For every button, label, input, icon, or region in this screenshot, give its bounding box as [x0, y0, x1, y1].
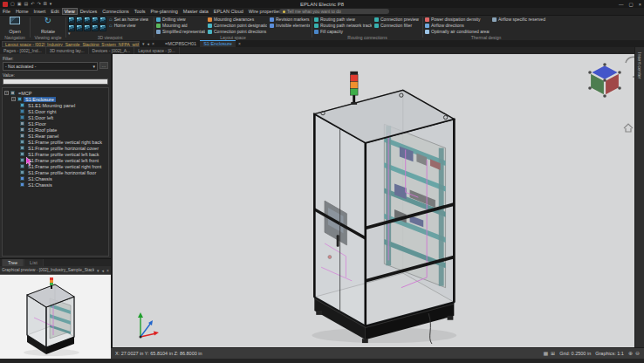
viewpoint-icon-iso-south-west[interactable]: [76, 17, 83, 24]
ribbon-tab-row: FileHomeInsertEditViewDevicesConnections…: [0, 8, 644, 16]
view-cube[interactable]: [586, 61, 624, 99]
ribbon-button-routing-path-network-tracking[interactable]: Routing path network tracking: [314, 23, 372, 28]
tree-item[interactable]: S1:Frame profile horizontal cover: [20, 145, 108, 151]
tree-item[interactable]: S1:Frame profile vertical left back: [20, 151, 108, 157]
ribbon-button-connection-point-directions[interactable]: Connection point directions: [208, 29, 267, 34]
ribbon-tab[interactable]: Wire properties: [246, 8, 284, 15]
viewpoint-icon-front[interactable]: [99, 17, 106, 24]
tree-item[interactable]: S1:Floor: [20, 120, 108, 127]
filter-more-button[interactable]: …: [99, 62, 108, 69]
tree-item[interactable]: S1:Chassis: [20, 175, 108, 182]
ribbon-button-drilling-view[interactable]: Drilling view: [156, 17, 205, 22]
ribbon-button-set-as-home-view[interactable]: ⌂ Set as home view: [109, 17, 148, 22]
ribbon-tab[interactable]: Connections: [99, 8, 132, 15]
close-icon[interactable]: ×: [152, 41, 154, 46]
ribbon-tab[interactable]: Master data: [181, 8, 211, 15]
component-icon: [20, 152, 24, 156]
collapse-icon[interactable]: -: [11, 97, 16, 101]
ribbon-tab[interactable]: Edit: [48, 8, 61, 15]
ribbon-button-airflow-specific-reserved-areas[interactable]: Airflow specific reserved areas: [492, 17, 546, 22]
open-button[interactable]: Open: [2, 17, 28, 34]
document-tab[interactable]: S1:Enclosure: [200, 40, 236, 47]
viewpoint-icon-top[interactable]: [92, 24, 99, 31]
button-icon: [492, 17, 497, 22]
value-label: Value:: [3, 72, 108, 78]
ribbon-button-airflow-directions[interactable]: Airflow directions: [425, 23, 490, 28]
ribbon-button-fill-capacity[interactable]: Fill capacity: [314, 29, 372, 34]
ribbon-button-mounting-clearances[interactable]: Mounting clearances: [208, 17, 267, 22]
viewpoint-icon-iso-north-east[interactable]: [84, 17, 91, 24]
dropdown-icon[interactable]: ▾: [97, 268, 99, 273]
navigator-window-tab[interactable]: Layout space - [002]_Industry_Sample_Sta…: [2, 41, 140, 47]
ribbon-tab[interactable]: Pre-planning: [148, 8, 181, 15]
zoom-icon-zoom-out[interactable]: ⊖: [635, 349, 640, 358]
status-icon-grid-display[interactable]: ▦: [543, 349, 548, 358]
ribbon-group-thermal-design: Power dissipation densityAirflow directi…: [425, 16, 547, 40]
zoom-icon-zoom-in[interactable]: ⊕: [628, 349, 633, 358]
ribbon-tab[interactable]: EPLAN Cloud: [211, 8, 246, 15]
panel-tab[interactable]: Layout space - [0...: [134, 47, 180, 54]
graphical-preview-canvas[interactable]: [0, 274, 111, 359]
tree-item[interactable]: S1:Door left: [20, 114, 108, 120]
ribbon-tab[interactable]: Insert: [31, 8, 49, 15]
collapse-icon[interactable]: -: [4, 91, 9, 95]
ribbon-button-routing-path-view[interactable]: Routing path view: [314, 17, 372, 22]
ribbon-button-optimally-air-conditioned-areas[interactable]: Optimally air conditioned areas: [425, 29, 490, 34]
button-icon: [374, 17, 379, 22]
document-tab[interactable]: =MCP8SCH01: [161, 40, 200, 47]
ribbon-button-connection-point-designations[interactable]: Connection point designations: [208, 23, 267, 28]
tree-item[interactable]: S1:Frame profile vertical right back: [20, 139, 108, 145]
panel-tab[interactable]: Pages - [002]_Ind...: [0, 47, 46, 54]
window-control-minimize[interactable]: —: [619, 1, 624, 8]
tree-item-enclosure[interactable]: - S1:Enclosure: [11, 96, 108, 102]
ribbon-button-home-view[interactable]: ⌂ Home view: [109, 23, 148, 28]
panel-tab[interactable]: Devices - [002]_A...: [89, 47, 135, 54]
tree-item[interactable]: S1:Door right: [20, 108, 108, 114]
ribbon-button-invisible-elements[interactable]: Invisible elements: [270, 23, 310, 28]
window-control-close[interactable]: ×: [639, 1, 641, 8]
ribbon-tab[interactable]: Tools: [132, 8, 148, 15]
tree-root[interactable]: - =MCP: [4, 90, 108, 96]
ribbon-tab[interactable]: Home: [13, 8, 31, 15]
viewpoint-icon-iso-south-east[interactable]: [68, 17, 75, 24]
value-input[interactable]: [3, 79, 108, 85]
dropdown-icon[interactable]: ▾: [142, 41, 145, 46]
ribbon-tab[interactable]: View: [62, 8, 78, 15]
pin-icon[interactable]: ◂: [102, 268, 105, 273]
home-icon: ⌂: [109, 23, 113, 28]
component-icon: [20, 127, 24, 132]
viewpoint-icon-left[interactable]: [76, 24, 83, 31]
viewpoint-icon-bottom[interactable]: [99, 24, 106, 31]
viewpoint-icon-iso-north-west[interactable]: [92, 17, 99, 24]
ribbon-button-mounting-aid[interactable]: Mounting aid: [156, 23, 205, 28]
window-bottom-edge: [0, 359, 644, 363]
close-document-icon[interactable]: ×: [238, 41, 241, 46]
close-icon[interactable]: ×: [106, 268, 109, 273]
tree-item[interactable]: S1:Chassis: [20, 182, 108, 188]
tree-item[interactable]: S1:Roof plate: [20, 127, 108, 133]
filter-select[interactable]: - Not activated - ▾: [3, 62, 98, 71]
ribbon-button-simplified-representation[interactable]: Simplified representation: [156, 29, 205, 34]
tree-item[interactable]: S1:Frame profile vertical left front: [20, 157, 108, 163]
tree-item[interactable]: S1.E1:Mounting panel: [20, 102, 108, 108]
ribbon-button-revision-markers[interactable]: Revision markers: [270, 17, 310, 22]
ribbon-button-connection-filter[interactable]: Connection filter: [374, 23, 420, 28]
ribbon-tab[interactable]: Devices: [78, 8, 100, 15]
ribbon-tab[interactable]: File: [0, 8, 13, 15]
layout-space-canvas[interactable]: [113, 54, 634, 347]
rotate-button[interactable]: ↻ Rotate: [32, 17, 64, 34]
tree-item[interactable]: S1:Frame profile horizontal floor: [20, 169, 108, 175]
ribbon-button-connection-preview[interactable]: Connection preview: [374, 17, 420, 22]
pin-icon[interactable]: ◂: [147, 41, 150, 46]
search-input[interactable]: Tell me what you want to do: [279, 9, 389, 14]
tree-item[interactable]: S1:Rear panel: [20, 133, 108, 139]
panel-tab[interactable]: 3D mounting lay...: [46, 47, 89, 54]
window-control-maximize[interactable]: ▢: [629, 1, 634, 8]
tower-light-amber: [350, 82, 358, 89]
tree-item[interactable]: S1:Frame profile vertical right front: [20, 163, 108, 169]
status-icon-snap-to-grid[interactable]: ⊞: [551, 349, 555, 358]
ribbon-button-power-dissipation-density[interactable]: Power dissipation density: [425, 17, 490, 22]
viewpoint-icon-right[interactable]: [84, 24, 91, 31]
home-view-icon[interactable]: [622, 122, 634, 134]
insert-center-dock-tab[interactable]: Insert center: [634, 47, 644, 347]
